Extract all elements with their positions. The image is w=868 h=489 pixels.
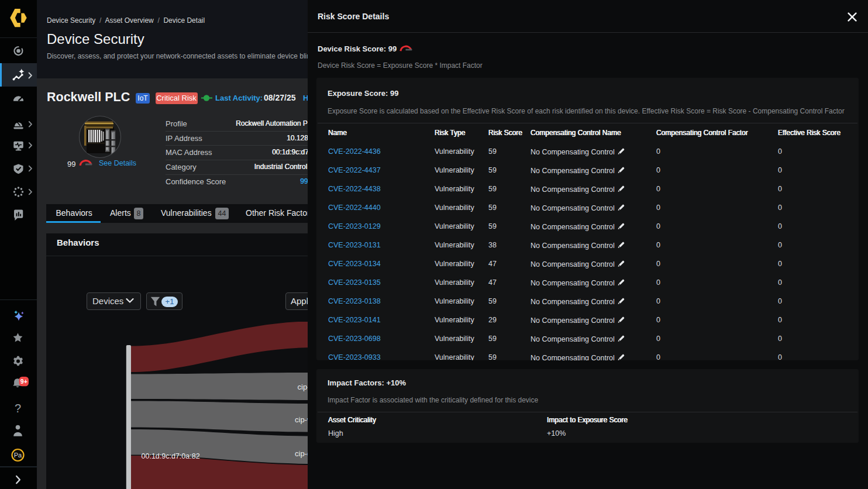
svg-text:00:1d:9c:d7:0a:82: 00:1d:9c:d7:0a:82 bbox=[142, 452, 200, 460]
svg-text:?: ? bbox=[15, 402, 21, 415]
svg-text:Pa: Pa bbox=[14, 452, 22, 459]
svg-text:9+: 9+ bbox=[20, 378, 27, 385]
